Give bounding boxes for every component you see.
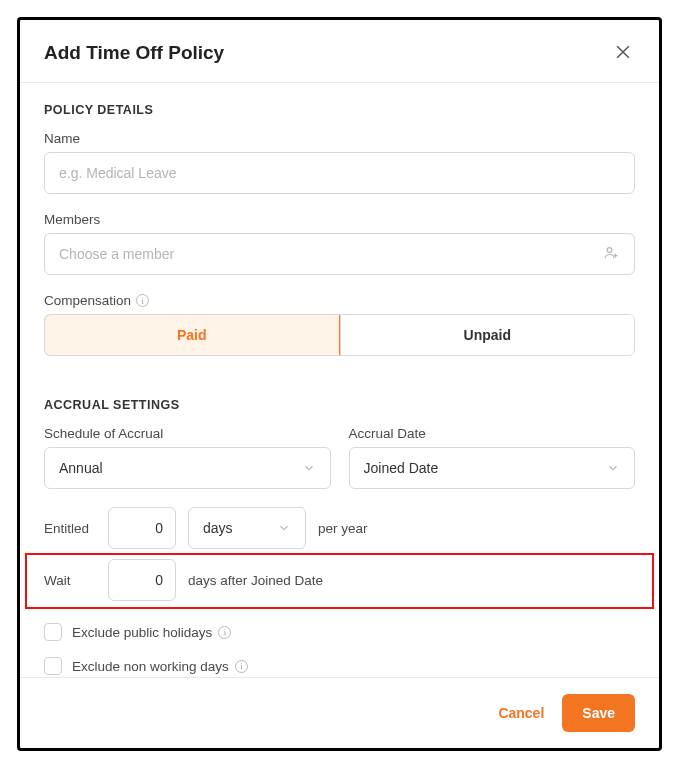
dialog-title: Add Time Off Policy	[44, 42, 224, 64]
entitled-suffix: per year	[318, 521, 368, 536]
accrual-date-label: Accrual Date	[349, 426, 636, 441]
add-member-icon	[602, 244, 620, 265]
name-label: Name	[44, 131, 635, 146]
save-button[interactable]: Save	[562, 694, 635, 732]
dialog-content: POLICY DETAILS Name Members Choose a mem…	[20, 83, 659, 677]
dialog-footer: Cancel Save	[20, 677, 659, 748]
accrual-date-select[interactable]: Joined Date	[349, 447, 636, 489]
info-icon[interactable]: i	[136, 294, 149, 307]
name-input[interactable]	[44, 152, 635, 194]
info-icon[interactable]: i	[218, 626, 231, 639]
chevron-down-icon	[606, 461, 620, 475]
schedule-select[interactable]: Annual	[44, 447, 331, 489]
exclude-nonworking-checkbox[interactable]	[44, 657, 62, 675]
compensation-label: Compensation i	[44, 293, 635, 308]
wait-label: Wait	[44, 573, 96, 588]
compensation-unpaid[interactable]: Unpaid	[340, 315, 635, 355]
exclude-holidays-label: Exclude public holidays i	[72, 625, 231, 640]
exclude-holidays-checkbox[interactable]	[44, 623, 62, 641]
close-button[interactable]	[613, 42, 635, 64]
compensation-toggle: Paid Unpaid	[44, 314, 635, 356]
cancel-button[interactable]: Cancel	[498, 705, 544, 721]
close-icon	[613, 42, 633, 62]
wait-input[interactable]	[108, 559, 176, 601]
members-placeholder: Choose a member	[59, 246, 174, 262]
chevron-down-icon	[277, 521, 291, 535]
svg-point-0	[607, 247, 612, 252]
section-accrual-settings: ACCRUAL SETTINGS	[44, 398, 635, 412]
dialog-header: Add Time Off Policy	[20, 20, 659, 83]
entitled-label: Entitled	[44, 521, 96, 536]
compensation-paid[interactable]: Paid	[44, 314, 340, 356]
wait-suffix: days after Joined Date	[188, 573, 323, 588]
entitled-unit-select[interactable]: days	[188, 507, 306, 549]
entitled-input[interactable]	[108, 507, 176, 549]
exclude-nonworking-label: Exclude non working days i	[72, 659, 248, 674]
info-icon[interactable]: i	[235, 660, 248, 673]
members-input[interactable]: Choose a member	[44, 233, 635, 275]
schedule-label: Schedule of Accrual	[44, 426, 331, 441]
members-label: Members	[44, 212, 635, 227]
section-policy-details: POLICY DETAILS	[44, 103, 635, 117]
chevron-down-icon	[302, 461, 316, 475]
